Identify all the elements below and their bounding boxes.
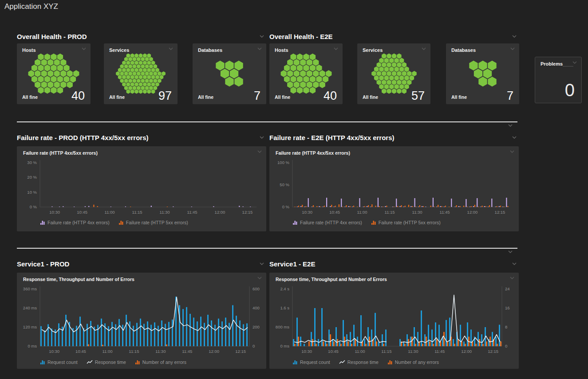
healthy-hexagon [60, 70, 66, 77]
chevron-down-icon[interactable] [259, 35, 264, 38]
failure-rate-prod-chart[interactable]: 0 %10 %20 %30 %10:3010:4511:0011:1511:30… [17, 146, 266, 231]
service-prod-chart[interactable]: 0 ms120 ms240 ms360 ms020040060010:3010:… [17, 273, 266, 369]
chart-bar [495, 207, 496, 207]
chevron-down-icon[interactable] [333, 47, 339, 51]
chart-bar [491, 199, 492, 207]
chart-bar [172, 320, 173, 346]
healthy-hexagon [284, 65, 289, 71]
health-tile-databases-e2e[interactable]: Databases All fine 7 [446, 43, 519, 104]
failure-rate-e2e-chart[interactable]: 0 %50 %100 %10:3010:4511:0011:1511:3011:… [269, 146, 519, 231]
service-e2e-chart[interactable]: 0 ms800 ms1.6 s2.4 s08162410:3010:4511:0… [269, 273, 519, 369]
healthy-hexagon [143, 53, 147, 58]
chart-bar [330, 334, 331, 346]
healthy-hexagon [158, 78, 162, 83]
chart-bar [316, 344, 317, 346]
chart-bar [363, 207, 364, 207]
chart-bar [431, 329, 433, 346]
chart-bar [386, 206, 387, 207]
chart-bar [473, 206, 474, 207]
chart-bar [302, 205, 303, 207]
axis-tick-label: 12:15 [235, 349, 246, 354]
healthy-hexagon [151, 90, 155, 94]
chart-bar [460, 206, 461, 207]
chart-bar [463, 341, 465, 346]
healthy-hexagon [394, 58, 399, 63]
health-tile-services-e2e[interactable]: Services All fine 57 [357, 43, 430, 104]
chart-bar [154, 322, 155, 346]
health-tile-services-prod[interactable]: Services All fine 97 [104, 43, 178, 104]
legend-item[interactable]: Number of any errors [387, 359, 439, 365]
chevron-down-icon[interactable] [508, 250, 513, 254]
chart-legend: Request countResponse timeNumber of any … [40, 359, 186, 365]
chevron-down-icon[interactable] [572, 61, 577, 64]
healthy-hexagon [389, 58, 394, 63]
chevron-down-icon[interactable] [259, 136, 264, 139]
healthy-hexagon [120, 78, 124, 83]
chevron-down-icon[interactable] [168, 47, 174, 51]
chart-bar [319, 206, 320, 207]
healthy-hexagon [51, 54, 56, 60]
chevron-down-icon[interactable] [510, 47, 515, 51]
chart-bar [385, 206, 386, 207]
chart-bar [353, 325, 355, 346]
healthy-hexagon [404, 75, 409, 81]
healthy-hexagon [122, 82, 126, 86]
chart-bar [484, 206, 485, 207]
chevron-down-icon[interactable] [512, 35, 517, 38]
health-tile-hosts-e2e[interactable]: Hosts All fine 40 [269, 43, 343, 104]
axis-tick-label: 11:45 [440, 210, 450, 215]
legend-item[interactable]: Request count [292, 359, 330, 365]
healthy-hexagon [130, 75, 134, 79]
legend-item[interactable]: Number of any errors [135, 359, 186, 365]
healthy-hexagon [67, 70, 73, 77]
legend-label: Request count [47, 359, 78, 365]
healthy-hexagon [38, 76, 43, 82]
axis-tick-label: 12:00 [215, 210, 225, 215]
healthy-hexagon [145, 71, 149, 76]
healthy-hexagon [160, 75, 164, 79]
chevron-down-icon[interactable] [257, 47, 262, 51]
chevron-down-icon[interactable] [512, 136, 517, 139]
chart-bar [101, 319, 102, 346]
chart-bar [343, 320, 344, 346]
chart-bar [357, 207, 358, 207]
legend-item[interactable]: Response time [339, 359, 379, 365]
chart-bar [110, 207, 111, 207]
chart-bar [326, 198, 327, 207]
chevron-down-icon[interactable] [508, 124, 513, 127]
health-tile-databases-prod[interactable]: Databases All fine 7 [193, 43, 266, 104]
healthy-hexagon [230, 69, 238, 78]
healthy-hexagon [379, 58, 384, 63]
chart-bar [295, 207, 296, 207]
section-title: Overall Health - PROD [17, 33, 87, 40]
healthy-hexagon [44, 87, 50, 94]
healthy-hexagon [133, 64, 137, 69]
healthy-hexagon [300, 59, 306, 66]
chart-bar [428, 325, 429, 346]
axis-tick-label: 10:45 [75, 349, 86, 354]
chevron-down-icon[interactable] [512, 262, 517, 266]
status-label: All fine [451, 94, 467, 100]
section-header-failure-e2e: Failure rate - E2E (HTTP 4xx/5xx errors) [269, 133, 517, 142]
problems-tile[interactable]: Problems 0 [535, 57, 582, 103]
healthy-hexagon [313, 70, 319, 77]
legend-item[interactable]: Failure rate (HTTP 4xx errors) [292, 220, 362, 225]
healthy-hexagon [391, 62, 396, 67]
healthy-hexagon [154, 78, 158, 83]
axis-tick-label: 11:00 [357, 210, 367, 215]
legend-item[interactable]: Failure rate (HTTP 5xx errors) [118, 220, 188, 225]
chevron-down-icon[interactable] [259, 262, 264, 266]
legend-item[interactable]: Response time [87, 359, 126, 365]
axis-tick-label: 10:45 [328, 349, 339, 354]
legend-item[interactable]: Failure rate (HTTP 4xx errors) [40, 220, 110, 225]
chevron-down-icon[interactable] [421, 47, 426, 51]
legend-item[interactable]: Request count [40, 359, 78, 365]
healthy-hexagon [293, 81, 299, 88]
legend-item[interactable]: Failure rate (HTTP 5xx errors) [371, 220, 441, 225]
axis-tick-label: 30 % [27, 160, 37, 165]
chart-bar [243, 324, 244, 347]
chevron-down-icon[interactable] [81, 47, 87, 51]
healthy-hexagon [128, 86, 132, 90]
chart-bar [485, 206, 486, 207]
health-tile-hosts-prod[interactable]: Hosts All fine 40 [17, 43, 91, 104]
